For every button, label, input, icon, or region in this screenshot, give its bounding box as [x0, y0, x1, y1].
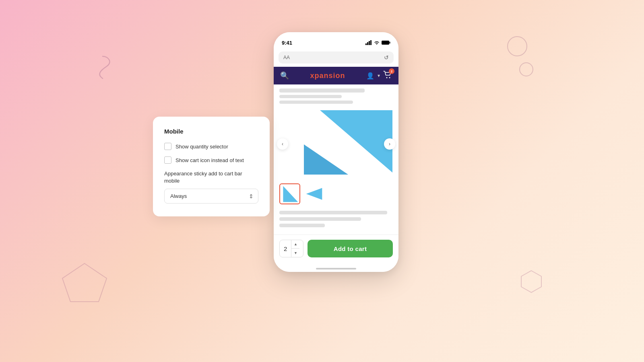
status-bar: 9:41 — [274, 32, 398, 50]
thumbnail-1-image — [280, 184, 299, 204]
status-icons — [365, 40, 390, 45]
cart-icon-checkbox[interactable] — [164, 156, 171, 164]
hexagon-shape — [519, 269, 543, 294]
thumbnail-2[interactable] — [303, 183, 324, 204]
circle-small-shape — [519, 62, 533, 76]
store-logo-prefix: x — [310, 72, 314, 80]
appearance-select[interactable]: Always On scroll Never — [164, 189, 258, 204]
svg-rect-4 — [369, 41, 370, 45]
info-line-2 — [279, 217, 361, 221]
signal-icon — [365, 40, 372, 45]
add-to-cart-bar: 2 ▲ ▼ Add to cart — [274, 234, 398, 262]
skeleton-line-3 — [279, 101, 353, 104]
svg-marker-11 — [304, 144, 348, 175]
svg-marker-0 — [62, 263, 107, 302]
skeleton-line-1 — [279, 88, 365, 93]
battery-icon — [382, 40, 390, 45]
phone-bottom — [274, 262, 398, 272]
status-time: 9:41 — [282, 40, 292, 46]
svg-rect-5 — [370, 40, 372, 45]
add-to-cart-button[interactable]: Add to cart — [308, 240, 393, 257]
settings-card: Mobile Show quantity selector Show cart … — [153, 117, 270, 216]
quantity-value: 2 — [280, 245, 291, 252]
skeleton-lines-top — [274, 84, 398, 108]
nav-arrow-left[interactable]: ‹ — [277, 138, 288, 150]
svg-rect-6 — [382, 41, 389, 45]
store-account-icon[interactable]: 👤 — [366, 72, 374, 80]
circle-large-shape — [507, 36, 527, 56]
store-logo-text: pansion — [315, 72, 345, 80]
svg-marker-1 — [521, 271, 541, 292]
store-search-icon[interactable]: 🔍 — [280, 71, 289, 80]
quantity-up-arrow[interactable]: ▲ — [291, 240, 299, 249]
svg-marker-12 — [283, 186, 298, 202]
svg-rect-7 — [390, 42, 390, 44]
quantity-down-arrow[interactable]: ▼ — [291, 249, 299, 257]
svg-point-8 — [386, 77, 388, 78]
cart-badge: 2 — [389, 68, 394, 74]
thumbnail-1[interactable] — [279, 183, 300, 204]
wifi-icon — [374, 41, 380, 45]
svg-rect-3 — [367, 42, 368, 45]
nav-arrow-right[interactable]: › — [384, 138, 395, 150]
store-cart-wrapper[interactable]: 2 — [383, 71, 392, 80]
product-info — [274, 208, 398, 231]
thumbnails — [274, 180, 398, 208]
pentagon-shape — [60, 261, 109, 306]
url-reload-icon[interactable]: ↺ — [384, 54, 389, 61]
quantity-arrows: ▲ ▼ — [291, 240, 299, 257]
quantity-selector[interactable]: 2 ▲ ▼ — [279, 240, 303, 257]
info-line-3 — [279, 224, 325, 227]
store-icons: 👤 ▾ 2 — [366, 71, 392, 80]
svg-rect-2 — [365, 43, 367, 45]
svg-point-9 — [389, 77, 390, 78]
settings-title: Mobile — [164, 128, 258, 135]
info-line-1 — [279, 211, 387, 214]
appearance-select-wrapper: Always On scroll Never ⇕ — [164, 189, 258, 204]
skeleton-line-2 — [279, 95, 342, 98]
quantity-selector-checkbox[interactable] — [164, 143, 171, 150]
quantity-selector-label: Show quantity selector — [175, 144, 228, 150]
phone-frame: 9:41 — [274, 32, 398, 272]
quantity-selector-row[interactable]: Show quantity selector — [164, 143, 258, 150]
product-image-area: ‹ › — [274, 108, 398, 180]
store-logo: xpansion — [310, 72, 345, 80]
squiggle-shape — [89, 52, 117, 84]
phone-mockup: 9:41 — [274, 32, 398, 272]
svg-marker-13 — [306, 188, 322, 200]
store-header: 🔍 xpansion 👤 ▾ 2 — [274, 67, 398, 84]
cart-icon-row[interactable]: Show cart icon instead of text — [164, 156, 258, 164]
account-chevron: ▾ — [378, 73, 380, 78]
product-image-svg — [280, 108, 392, 179]
url-text: AA — [283, 55, 290, 60]
appearance-label: Appearance sticky add to cart bar mobile — [164, 170, 258, 185]
home-indicator — [316, 268, 356, 269]
cart-icon-label: Show cart icon instead of text — [175, 157, 244, 163]
thumbnail-2-image — [304, 184, 324, 204]
url-bar[interactable]: AA ↺ — [279, 51, 394, 64]
